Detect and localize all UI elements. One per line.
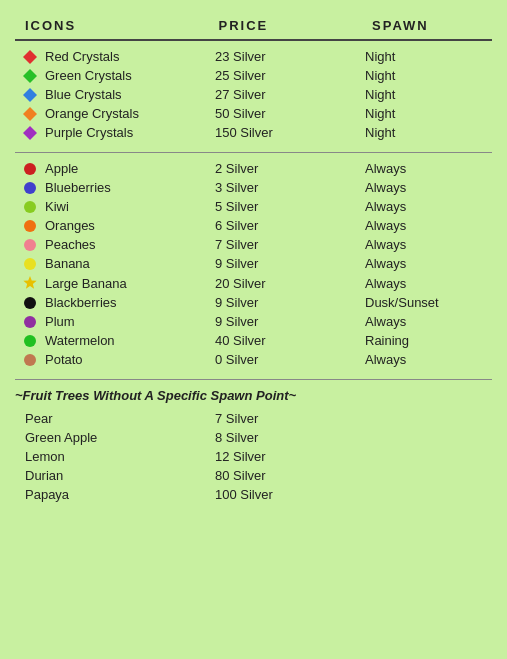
crystals-section: Red Crystals23 SilverNightGreen Crystals… [15,47,492,142]
trees-section: Pear7 SilverGreen Apple8 SilverLemon12 S… [15,409,492,504]
item-icon [15,69,45,83]
item-name: Apple [45,161,215,176]
table-row: Peaches7 SilverAlways [15,235,492,254]
svg-point-15 [24,354,36,366]
svg-point-5 [24,163,36,175]
item-icon [15,181,45,195]
tree-name: Lemon [15,449,215,464]
item-spawn: Night [365,87,485,102]
svg-point-6 [24,182,36,194]
section-divider [15,152,492,153]
header-spawn: SPAWN [372,18,492,33]
item-name: Red Crystals [45,49,215,64]
tree-name: Durian [15,468,215,483]
item-price: 20 Silver [215,276,365,291]
item-name: Green Crystals [45,68,215,83]
header-icons: ICONS [15,18,215,33]
fruit-trees-header: ~Fruit Trees Without A Specific Spawn Po… [15,388,492,403]
item-name: Banana [45,256,215,271]
svg-point-10 [24,258,36,270]
table-header: ICONS PRICE SPAWN [15,10,492,41]
tree-row: Papaya100 Silver [15,485,492,504]
table-row: Blueberries3 SilverAlways [15,178,492,197]
svg-point-7 [24,201,36,213]
item-name: Purple Crystals [45,125,215,140]
table-row: Green Crystals25 SilverNight [15,66,492,85]
tree-name: Papaya [15,487,215,502]
item-icon [15,162,45,176]
item-icon [15,107,45,121]
table-row: Large Banana20 SilverAlways [15,273,492,293]
tree-price: 8 Silver [215,430,365,445]
item-icon [15,315,45,329]
item-icon [15,238,45,252]
item-icon [15,257,45,271]
table-row: Red Crystals23 SilverNight [15,47,492,66]
item-spawn: Always [365,256,485,271]
item-icon [15,353,45,367]
svg-marker-11 [23,276,36,289]
tree-row: Pear7 Silver [15,409,492,428]
item-name: Orange Crystals [45,106,215,121]
item-icon [15,219,45,233]
item-spawn: Night [365,125,485,140]
item-price: 3 Silver [215,180,365,195]
item-name: Peaches [45,237,215,252]
item-name: Blackberries [45,295,215,310]
svg-point-12 [24,297,36,309]
item-price: 9 Silver [215,256,365,271]
item-price: 5 Silver [215,199,365,214]
item-icon [15,334,45,348]
svg-marker-0 [23,50,37,64]
table-row: Oranges6 SilverAlways [15,216,492,235]
item-icon [15,296,45,310]
item-spawn: Always [365,352,485,367]
item-spawn: Always [365,180,485,195]
table-row: Plum9 SilverAlways [15,312,492,331]
table-row: Orange Crystals50 SilverNight [15,104,492,123]
item-name: Plum [45,314,215,329]
svg-point-13 [24,316,36,328]
item-spawn: Night [365,68,485,83]
table-row: Blue Crystals27 SilverNight [15,85,492,104]
svg-marker-1 [23,69,37,83]
tree-price: 7 Silver [215,411,365,426]
page-container: ICONS PRICE SPAWN Red Crystals23 SilverN… [15,10,492,504]
tree-name: Green Apple [15,430,215,445]
item-spawn: Always [365,218,485,233]
item-name: Blue Crystals [45,87,215,102]
header-price: PRICE [219,18,369,33]
tree-price: 100 Silver [215,487,365,502]
item-spawn: Always [365,237,485,252]
item-spawn: Always [365,199,485,214]
svg-point-9 [24,239,36,251]
item-spawn: Night [365,49,485,64]
svg-point-8 [24,220,36,232]
item-name: Large Banana [45,276,215,291]
item-name: Kiwi [45,199,215,214]
fruits-section: Apple2 SilverAlwaysBlueberries3 SilverAl… [15,159,492,369]
item-price: 25 Silver [215,68,365,83]
item-price: 9 Silver [215,295,365,310]
table-row: Blackberries9 SilverDusk/Sunset [15,293,492,312]
item-price: 2 Silver [215,161,365,176]
svg-marker-3 [23,107,37,121]
item-icon [15,88,45,102]
item-price: 40 Silver [215,333,365,348]
item-name: Watermelon [45,333,215,348]
section-divider-2 [15,379,492,380]
item-name: Blueberries [45,180,215,195]
tree-row: Green Apple8 Silver [15,428,492,447]
item-icon [15,275,45,291]
item-price: 23 Silver [215,49,365,64]
item-icon [15,50,45,64]
tree-row: Lemon12 Silver [15,447,492,466]
table-row: Apple2 SilverAlways [15,159,492,178]
item-price: 50 Silver [215,106,365,121]
item-spawn: Always [365,276,485,291]
table-row: Potato0 SilverAlways [15,350,492,369]
svg-marker-2 [23,88,37,102]
item-price: 7 Silver [215,237,365,252]
item-spawn: Raining [365,333,485,348]
tree-price: 80 Silver [215,468,365,483]
